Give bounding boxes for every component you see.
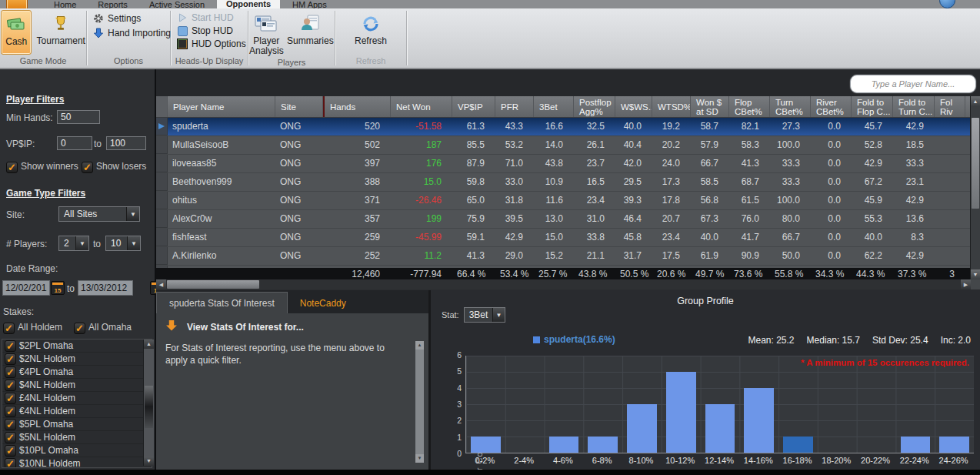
tab-home[interactable]: Home [45,0,85,8]
checkbox-checked-icon[interactable]: ✓ [5,366,16,378]
vpip-from-input[interactable] [57,136,92,150]
cash-icon [7,15,25,35]
column-header-fold_to_river_cbet[interactable]: Fol Riv [935,96,965,117]
scroll-left-icon[interactable]: ◀ [156,279,166,289]
stakes-scrollbar[interactable]: ▲ ▼ [143,340,154,466]
stake-item[interactable]: ✓€4PL Omaha [2,366,152,379]
player-analysis-button[interactable]: Player Analysis [249,10,284,56]
all-holdem-checkbox[interactable]: ✓All Holdem [3,322,62,334]
tab-stats-of-interest[interactable]: spuderta Stats Of Interest [156,292,288,313]
scroll-up-icon[interactable]: ▲ [144,340,154,349]
tab-opponents[interactable]: Opponents [217,0,280,8]
table-row[interactable]: AlexCr0wONG35719975.939.513.031.046.420.… [156,210,971,229]
scroll-up-icon[interactable]: ▲ [971,96,980,106]
stake-item[interactable]: ✓$4NL Holdem [2,379,152,392]
column-header-net_won[interactable]: Net Won [391,96,452,117]
chevron-down-icon[interactable]: ▼ [492,308,504,322]
column-header-wsws[interactable]: W$WS... [615,96,652,117]
column-header-river_cbet[interactable]: River CBet% [811,96,852,117]
date-from-input[interactable] [2,280,50,296]
vpip-to-input[interactable] [106,136,146,150]
hud-options-button[interactable]: HUD Options [177,38,246,49]
stake-item[interactable]: ✓$5PL Omaha [2,418,152,431]
checkbox-checked-icon[interactable]: ✓ [5,406,16,417]
cash-button[interactable]: Cash [1,10,32,55]
settings-button[interactable]: Settings [93,13,171,24]
column-header-3bet[interactable]: 3Bet [534,96,574,117]
checkbox-checked-icon[interactable]: ✓ [5,393,16,404]
table-row[interactable]: fishfeastONG259-45.9959.142.915.033.845.… [156,229,971,247]
players-from-select[interactable]: 2▼ [58,236,89,251]
column-header-postflop_agg[interactable]: Postflop Agg% [574,96,615,117]
stop-hud-button[interactable]: Stop HUD [177,25,246,36]
calendar-icon[interactable]: 15 [51,281,65,295]
hand-importing-button[interactable]: Hand Importing [93,28,171,38]
checkbox-checked-icon[interactable]: ✓ [5,340,16,352]
scroll-up-icon[interactable]: ▲ [415,341,424,350]
column-header-hands[interactable]: Hands [323,96,391,117]
chevron-down-icon[interactable]: ▼ [127,236,140,250]
table-row[interactable]: iloveaas85ONG39717687.971.043.823.742.02… [156,155,971,173]
stake-item[interactable]: ✓$10PL Omaha [2,444,152,457]
stake-item[interactable]: ✓£4NL Holdem [2,392,152,405]
column-header-player_name[interactable]: Player Name [168,96,275,117]
horizontal-scrollbar[interactable]: ◀ ▶ [156,279,971,289]
scrollbar-thumb[interactable] [145,386,153,428]
players-to-select[interactable]: 10▼ [105,236,141,251]
column-header-turn_cbet[interactable]: Turn CBet% [770,96,811,117]
summaries-button[interactable]: Summaries [287,10,334,56]
checkbox-checked-icon[interactable]: ✓ [5,380,16,391]
app-menu-button[interactable] [6,0,28,8]
column-header-wtsd[interactable]: WTSD% [652,96,691,117]
tab-notecaddy[interactable]: NoteCaddy [288,293,358,313]
column-header-fold_to_flop_cbet[interactable]: Fold to Flop C... [852,96,893,117]
table-row[interactable]: ohitusONG371-26.4665.031.811.623.439.317… [156,192,971,210]
date-to-input[interactable] [78,280,133,296]
column-header-site[interactable]: Site [275,96,323,117]
checkbox-checked-icon[interactable]: ✓ [5,432,16,443]
player-search-input[interactable] [850,75,976,93]
stats-of-interest-menu[interactable]: View Stats Of Interest for... [156,313,428,337]
refresh-button[interactable]: Refresh [348,10,393,55]
checkbox-checked-icon[interactable]: ✓ [5,419,16,430]
all-omaha-checkbox[interactable]: ✓All Omaha [74,322,132,334]
stats-panel-scrollbar[interactable]: ▲ ▼ [415,341,424,463]
stat-select[interactable]: 3Bet▼ [464,307,505,323]
show-winners-checkbox[interactable]: ✓Show winners [6,161,78,173]
scrollbar-thumb[interactable] [972,118,979,209]
scrollbar-thumb[interactable] [167,280,259,289]
checkbox-checked-icon[interactable]: ✓ [5,353,16,365]
scroll-down-icon[interactable]: ▼ [415,454,424,463]
tournament-button[interactable]: Tournament [36,10,85,55]
stake-item[interactable]: ✓$10NL Holdem [2,457,152,468]
table-row[interactable]: Beethoven999ONG38815.059.833.010.916.529… [156,173,971,192]
site-select[interactable]: All Sites▼ [58,206,140,222]
vertical-scrollbar[interactable]: ▲ ▼ [970,96,980,279]
stake-item[interactable]: ✓$5NL Holdem [2,431,152,444]
stake-item[interactable]: ✓$2PL Omaha [2,340,152,353]
column-header-fold_to_turn_cbet[interactable]: Fold to Turn C... [893,96,935,117]
min-hands-input[interactable] [57,110,100,124]
column-header-vpip[interactable]: VP$IP [452,96,495,117]
chevron-down-icon[interactable]: ▼ [126,207,139,221]
table-row[interactable]: MullaSeisooBONG50218785.553.214.026.140.… [156,136,971,155]
stake-item[interactable]: ✓€4NL Holdem [2,405,152,418]
chevron-down-icon[interactable]: ▼ [75,236,88,250]
tab-reports[interactable]: Reports [88,0,137,8]
column-header-flop_cbet[interactable]: Flop CBet% [729,96,770,117]
checkbox-checked-icon[interactable]: ✓ [5,458,16,469]
tab-active-session[interactable]: Active Session [140,0,214,8]
cell-won_at_sd: 61.9 [691,247,729,265]
scroll-down-icon[interactable]: ▼ [971,269,980,279]
column-header-pfr[interactable]: PFR [495,96,534,117]
stake-item[interactable]: ✓$2NL Holdem [2,353,152,366]
table-row[interactable]: spudertaONG520-51.5861.343.316.632.540.0… [156,118,971,136]
scroll-right-icon[interactable]: ▶ [961,279,971,289]
column-header-won_at_sd[interactable]: Won $ at SD [691,96,729,117]
table-row[interactable]: A.KirilenkoONG25211.241.329.015.221.131.… [156,247,971,266]
scroll-down-icon[interactable]: ▼ [144,457,154,466]
cell-net_won: 15.0 [391,173,452,191]
checkbox-checked-icon[interactable]: ✓ [5,445,16,457]
tab-hm-apps[interactable]: HM Apps [283,0,336,8]
show-losers-checkbox[interactable]: ✓Show losers [82,161,146,173]
